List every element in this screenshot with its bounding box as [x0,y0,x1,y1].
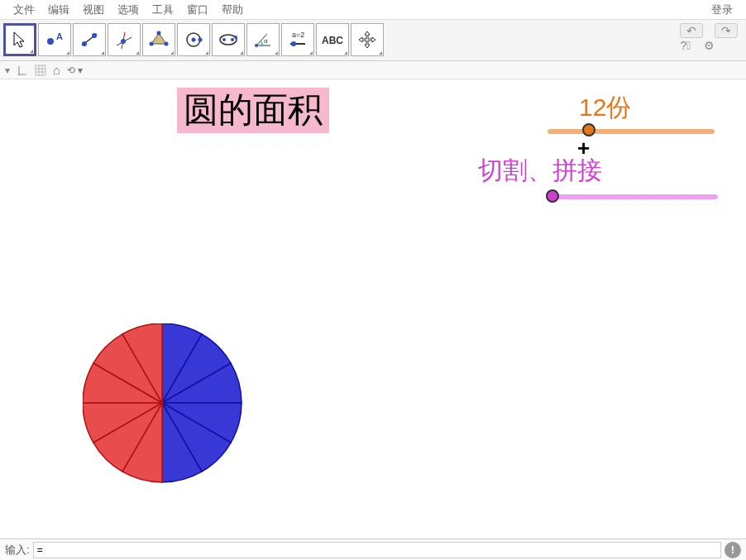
menubar: 文件 编辑 视图 选项 工具 窗口 帮助 登录 [0,0,746,20]
slider2-track[interactable] [551,194,718,199]
input-label: 输入: [5,543,30,558]
tool-angle[interactable]: α [246,23,280,56]
svg-point-22 [291,41,296,46]
tool-conic[interactable] [212,23,245,56]
svg-point-13 [192,38,196,42]
redo-button[interactable]: ↷ [715,23,738,38]
tool-pointer[interactable] [3,23,36,56]
input-bar: 输入: ! [0,538,746,560]
tool-point[interactable]: A [38,23,71,56]
input-help-button[interactable]: ! [724,542,741,558]
axes-toggle[interactable] [17,65,28,76]
slider2-label: 切割、拼接 [478,154,602,188]
home-icon[interactable]: ⌂ [53,63,60,77]
redo-icon: ↷ [721,24,731,37]
svg-point-9 [157,31,161,36]
perpendicular-icon [113,29,135,50]
tool-slider[interactable]: a=2 [281,23,314,56]
grid-toggle[interactable] [35,65,46,76]
tool-polygon[interactable] [142,23,175,56]
point-icon: A [42,30,67,50]
menu-options[interactable]: 选项 [111,1,146,19]
svg-point-11 [150,42,154,46]
menu-help[interactable]: 帮助 [215,1,250,19]
line-icon [79,29,100,50]
svg-point-7 [121,39,126,44]
view-subbar: ▾ ⌂ ⟲ ▾ [0,61,746,79]
graphics-view[interactable]: 圆的面积 12份 + 切割、拼接 [0,79,746,538]
slider-icon: a=2 [287,29,308,50]
undo-button[interactable]: ↶ [680,23,703,38]
polygon-icon [148,29,170,50]
slider1-track[interactable] [548,129,715,134]
slider1-label: 12份 [579,91,631,125]
svg-point-3 [82,41,87,46]
toolbar: A α [0,20,746,61]
snap-dropdown[interactable]: ⟲ ▾ [67,65,83,76]
input-field[interactable] [33,542,721,558]
circle-icon [183,29,204,50]
help-icon[interactable]: ?⃝ [680,40,691,51]
slider2-thumb[interactable] [546,189,559,203]
svg-rect-27 [36,65,45,75]
arrow-dropdown[interactable]: ▾ [5,65,10,76]
svg-point-14 [198,38,203,42]
svg-point-10 [165,42,169,46]
svg-point-19 [255,44,258,47]
menu-edit[interactable]: 编辑 [41,1,76,19]
menu-tools[interactable]: 工具 [146,1,180,19]
tool-move-view[interactable] [351,23,384,56]
move-icon [357,30,377,50]
angle-icon: α [252,29,274,50]
menu-view[interactable]: 视图 [76,1,111,19]
login-link[interactable]: 登录 [705,1,739,19]
svg-point-4 [92,33,97,38]
svg-text:ABC: ABC [322,35,343,46]
menu-window[interactable]: 窗口 [180,1,215,19]
svg-point-18 [234,36,237,39]
svg-text:α: α [264,37,268,45]
svg-point-17 [231,38,234,41]
page-title[interactable]: 圆的面积 [177,88,329,133]
text-icon: ABC [320,31,345,48]
tool-text[interactable]: ABC [316,23,349,56]
gear-icon[interactable]: ⚙ [703,40,715,51]
cursor-icon [11,31,29,49]
menu-file[interactable]: 文件 [7,1,41,19]
pie-chart[interactable] [83,323,245,486]
undo-icon: ↶ [686,24,696,37]
tool-line[interactable] [73,23,106,56]
ellipse-icon [218,29,239,50]
svg-point-0 [47,38,54,45]
tool-circle[interactable] [177,23,210,56]
tool-perpendicular[interactable] [108,23,141,56]
svg-text:A: A [56,31,63,41]
svg-point-16 [222,38,226,41]
svg-text:a=2: a=2 [292,31,304,39]
slider1-thumb[interactable] [582,123,595,136]
